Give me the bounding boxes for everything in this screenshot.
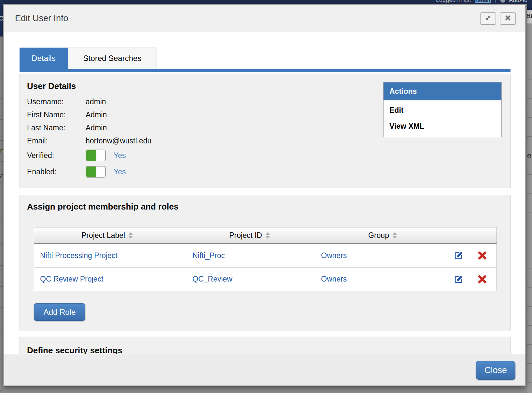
- field-label: Username:: [27, 97, 86, 106]
- project-label-link[interactable]: QC Review Project: [40, 275, 103, 283]
- logged-in-status: Logged in as: admin | Auto-logou: [436, 0, 532, 4]
- topbar-separator: |: [495, 0, 497, 4]
- dialog-footer: Close: [4, 354, 525, 386]
- field-value: Admin: [86, 110, 107, 119]
- table-row: QC Review Project QC_Review Owners: [34, 267, 497, 291]
- project-label-cell: QC Review Project: [34, 275, 180, 284]
- logged-in-username-link[interactable]: admin: [475, 0, 491, 4]
- project-roles-table: Project Label Project ID Group: [34, 227, 497, 291]
- site-top-bar: Logged in as: admin | Auto-logou: [0, 0, 532, 4]
- column-header-text: Group: [368, 231, 389, 240]
- close-dialog-button[interactable]: [500, 12, 516, 25]
- enabled-state-link[interactable]: Yes: [114, 167, 126, 176]
- delete-x-icon: [477, 274, 487, 284]
- background-letter: a: [0, 171, 3, 180]
- screen: Logged in as: admin | Auto-logou e ar m …: [0, 0, 532, 393]
- delete-role-button[interactable]: [477, 274, 487, 284]
- field-label: First Name:: [27, 110, 86, 119]
- auto-logout-icon: [500, 0, 505, 3]
- sort-arrows-icon: [392, 232, 397, 239]
- toggle-on-segment: [86, 150, 96, 161]
- background-letter: e: [0, 13, 3, 22]
- project-membership-heading: Assign project membership and roles: [27, 202, 510, 212]
- edit-pencil-icon: [453, 250, 464, 261]
- column-header-text: Project Label: [81, 231, 125, 240]
- table-header-row: Project Label Project ID Group: [34, 227, 497, 244]
- tab-underline: [20, 69, 511, 72]
- column-header-project-id[interactable]: Project ID: [180, 231, 319, 240]
- actions-panel-heading: Actions: [384, 82, 501, 100]
- dialog-title: Edit User Info: [15, 13, 68, 23]
- tab-bar: Details Stored Searches: [20, 48, 511, 69]
- project-id-cell: Nifti_Proc: [180, 251, 319, 260]
- field-row-verified: Verified: Yes: [27, 147, 503, 164]
- dialog-header-buttons: [480, 12, 516, 25]
- maximize-button[interactable]: [480, 12, 496, 25]
- column-header-group[interactable]: Group: [319, 231, 446, 240]
- tab-stored-searches[interactable]: Stored Searches: [68, 48, 157, 69]
- project-id-cell: QC_Review: [180, 275, 319, 284]
- background-letter: m: [0, 146, 3, 155]
- background-navbar-sliver-right: [527, 0, 532, 10]
- edit-pencil-icon: [453, 274, 464, 284]
- action-view-xml[interactable]: View XML: [384, 118, 501, 134]
- verified-state-link[interactable]: Yes: [114, 151, 126, 160]
- dialog-header: Edit User Info: [4, 5, 525, 32]
- edit-user-info-dialog: Edit User Info: [3, 4, 526, 386]
- actions-panel: Actions Edit View XML: [383, 82, 502, 137]
- field-label: Enabled:: [27, 167, 86, 176]
- sort-arrows-icon: [128, 232, 133, 239]
- group-link[interactable]: Owners: [321, 275, 347, 283]
- field-value: admin: [86, 97, 106, 106]
- field-row-enabled: Enabled: Yes: [27, 164, 503, 180]
- edit-role-button[interactable]: [453, 250, 464, 261]
- group-cell: Owners: [319, 251, 446, 260]
- field-value: Admin: [86, 124, 107, 132]
- row-actions-cell: [446, 250, 497, 261]
- delete-role-button[interactable]: [477, 251, 487, 260]
- column-header-text: Project ID: [229, 231, 262, 240]
- enabled-toggle[interactable]: [86, 166, 106, 178]
- field-label: Email:: [27, 137, 86, 145]
- project-label-link[interactable]: Nifti Processing Project: [40, 251, 118, 260]
- group-link[interactable]: Owners: [321, 251, 347, 260]
- background-letters: ar: [527, 11, 532, 20]
- field-value: hortonw@wustl.edu: [86, 137, 151, 145]
- row-actions-cell: [446, 274, 497, 284]
- sort-arrows-icon: [265, 232, 270, 239]
- background-nav-sliver-left: e: [0, 0, 3, 36]
- tab-details[interactable]: Details: [20, 48, 68, 69]
- project-label-cell: Nifti Processing Project: [34, 251, 180, 260]
- verified-toggle[interactable]: [86, 150, 106, 161]
- field-label: Last Name:: [27, 124, 86, 132]
- close-button[interactable]: Close: [476, 361, 515, 380]
- dialog-body: Details Stored Searches User Details Use…: [20, 33, 511, 386]
- action-edit[interactable]: Edit: [384, 102, 501, 118]
- group-cell: Owners: [319, 275, 446, 284]
- column-header-project-label[interactable]: Project Label: [34, 231, 180, 240]
- background-table-sliver-right: [527, 23, 532, 393]
- field-label: Verified:: [27, 151, 86, 160]
- user-details-panel: User Details Username: admin First Name:…: [20, 74, 511, 188]
- close-icon: [504, 14, 512, 23]
- expand-icon: [484, 14, 492, 23]
- background-header-sliver-right: ar: [527, 10, 532, 23]
- table-row: Nifti Processing Project Nifti_Proc Owne…: [34, 244, 497, 267]
- project-id-link[interactable]: Nifti_Proc: [192, 251, 225, 260]
- add-role-button[interactable]: Add Role: [34, 303, 85, 321]
- edit-role-button[interactable]: [453, 274, 464, 284]
- delete-x-icon: [477, 251, 487, 260]
- background-table-sliver-left: [0, 36, 3, 393]
- project-id-link[interactable]: QC_Review: [192, 275, 232, 283]
- background-letter: e: [527, 151, 532, 161]
- project-membership-panel: Assign project membership and roles Proj…: [20, 195, 511, 330]
- toggle-on-segment: [86, 167, 96, 177]
- logged-in-label: Logged in as:: [436, 0, 471, 4]
- actions-panel-body: Edit View XML: [384, 100, 501, 137]
